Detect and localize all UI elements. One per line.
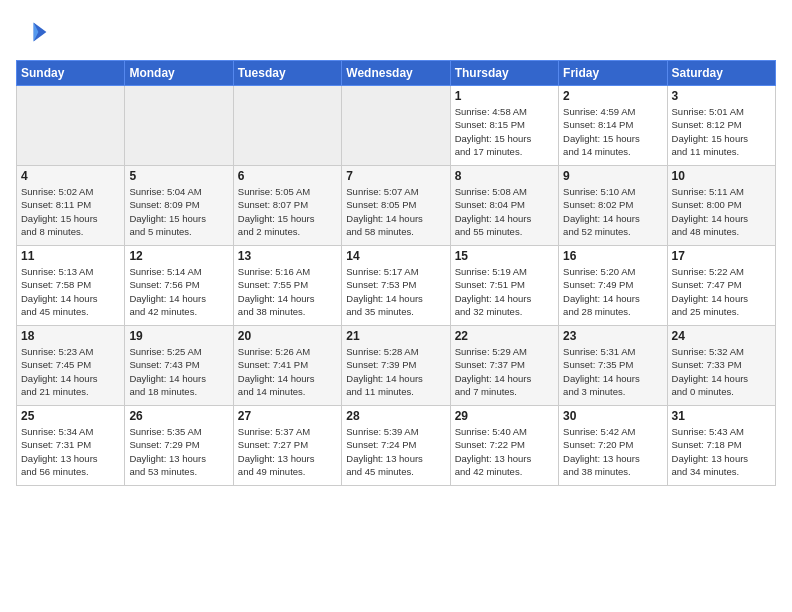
day-info: Sunrise: 5:13 AM Sunset: 7:58 PM Dayligh… [21, 265, 120, 318]
calendar-day: 4Sunrise: 5:02 AM Sunset: 8:11 PM Daylig… [17, 166, 125, 246]
day-number: 9 [563, 169, 662, 183]
day-number: 30 [563, 409, 662, 423]
weekday-header-row: SundayMondayTuesdayWednesdayThursdayFrid… [17, 61, 776, 86]
day-info: Sunrise: 5:16 AM Sunset: 7:55 PM Dayligh… [238, 265, 337, 318]
day-number: 5 [129, 169, 228, 183]
day-info: Sunrise: 5:34 AM Sunset: 7:31 PM Dayligh… [21, 425, 120, 478]
day-number: 15 [455, 249, 554, 263]
day-info: Sunrise: 5:32 AM Sunset: 7:33 PM Dayligh… [672, 345, 771, 398]
day-info: Sunrise: 5:07 AM Sunset: 8:05 PM Dayligh… [346, 185, 445, 238]
calendar-day: 9Sunrise: 5:10 AM Sunset: 8:02 PM Daylig… [559, 166, 667, 246]
day-info: Sunrise: 5:43 AM Sunset: 7:18 PM Dayligh… [672, 425, 771, 478]
calendar-day: 1Sunrise: 4:58 AM Sunset: 8:15 PM Daylig… [450, 86, 558, 166]
day-number: 2 [563, 89, 662, 103]
calendar-week-row: 4Sunrise: 5:02 AM Sunset: 8:11 PM Daylig… [17, 166, 776, 246]
day-info: Sunrise: 5:42 AM Sunset: 7:20 PM Dayligh… [563, 425, 662, 478]
day-info: Sunrise: 5:19 AM Sunset: 7:51 PM Dayligh… [455, 265, 554, 318]
day-number: 10 [672, 169, 771, 183]
calendar-day [17, 86, 125, 166]
day-info: Sunrise: 5:25 AM Sunset: 7:43 PM Dayligh… [129, 345, 228, 398]
day-number: 22 [455, 329, 554, 343]
calendar-day: 10Sunrise: 5:11 AM Sunset: 8:00 PM Dayli… [667, 166, 775, 246]
weekday-header: Sunday [17, 61, 125, 86]
calendar-day [342, 86, 450, 166]
day-number: 12 [129, 249, 228, 263]
calendar-day: 25Sunrise: 5:34 AM Sunset: 7:31 PM Dayli… [17, 406, 125, 486]
day-info: Sunrise: 5:05 AM Sunset: 8:07 PM Dayligh… [238, 185, 337, 238]
day-number: 31 [672, 409, 771, 423]
calendar-day: 6Sunrise: 5:05 AM Sunset: 8:07 PM Daylig… [233, 166, 341, 246]
day-number: 27 [238, 409, 337, 423]
day-info: Sunrise: 5:17 AM Sunset: 7:53 PM Dayligh… [346, 265, 445, 318]
page-header [16, 16, 776, 48]
day-number: 19 [129, 329, 228, 343]
day-info: Sunrise: 5:01 AM Sunset: 8:12 PM Dayligh… [672, 105, 771, 158]
calendar-day: 19Sunrise: 5:25 AM Sunset: 7:43 PM Dayli… [125, 326, 233, 406]
calendar-day: 15Sunrise: 5:19 AM Sunset: 7:51 PM Dayli… [450, 246, 558, 326]
calendar-week-row: 1Sunrise: 4:58 AM Sunset: 8:15 PM Daylig… [17, 86, 776, 166]
day-info: Sunrise: 5:31 AM Sunset: 7:35 PM Dayligh… [563, 345, 662, 398]
day-info: Sunrise: 5:20 AM Sunset: 7:49 PM Dayligh… [563, 265, 662, 318]
day-info: Sunrise: 5:02 AM Sunset: 8:11 PM Dayligh… [21, 185, 120, 238]
day-number: 4 [21, 169, 120, 183]
day-info: Sunrise: 5:22 AM Sunset: 7:47 PM Dayligh… [672, 265, 771, 318]
day-number: 24 [672, 329, 771, 343]
calendar-day: 16Sunrise: 5:20 AM Sunset: 7:49 PM Dayli… [559, 246, 667, 326]
weekday-header: Saturday [667, 61, 775, 86]
day-number: 7 [346, 169, 445, 183]
calendar-day: 24Sunrise: 5:32 AM Sunset: 7:33 PM Dayli… [667, 326, 775, 406]
logo [16, 16, 52, 48]
day-number: 28 [346, 409, 445, 423]
weekday-header: Tuesday [233, 61, 341, 86]
day-number: 29 [455, 409, 554, 423]
day-number: 23 [563, 329, 662, 343]
calendar-day: 31Sunrise: 5:43 AM Sunset: 7:18 PM Dayli… [667, 406, 775, 486]
calendar-day: 20Sunrise: 5:26 AM Sunset: 7:41 PM Dayli… [233, 326, 341, 406]
calendar-day: 21Sunrise: 5:28 AM Sunset: 7:39 PM Dayli… [342, 326, 450, 406]
day-number: 25 [21, 409, 120, 423]
calendar-week-row: 18Sunrise: 5:23 AM Sunset: 7:45 PM Dayli… [17, 326, 776, 406]
weekday-header: Monday [125, 61, 233, 86]
logo-icon [16, 16, 48, 48]
day-number: 21 [346, 329, 445, 343]
calendar-day: 11Sunrise: 5:13 AM Sunset: 7:58 PM Dayli… [17, 246, 125, 326]
day-info: Sunrise: 5:23 AM Sunset: 7:45 PM Dayligh… [21, 345, 120, 398]
calendar-day: 3Sunrise: 5:01 AM Sunset: 8:12 PM Daylig… [667, 86, 775, 166]
calendar-day: 2Sunrise: 4:59 AM Sunset: 8:14 PM Daylig… [559, 86, 667, 166]
calendar-day: 23Sunrise: 5:31 AM Sunset: 7:35 PM Dayli… [559, 326, 667, 406]
day-info: Sunrise: 5:37 AM Sunset: 7:27 PM Dayligh… [238, 425, 337, 478]
day-number: 26 [129, 409, 228, 423]
weekday-header: Friday [559, 61, 667, 86]
day-info: Sunrise: 5:14 AM Sunset: 7:56 PM Dayligh… [129, 265, 228, 318]
day-info: Sunrise: 5:28 AM Sunset: 7:39 PM Dayligh… [346, 345, 445, 398]
weekday-header: Thursday [450, 61, 558, 86]
calendar-day: 17Sunrise: 5:22 AM Sunset: 7:47 PM Dayli… [667, 246, 775, 326]
day-info: Sunrise: 5:35 AM Sunset: 7:29 PM Dayligh… [129, 425, 228, 478]
calendar-day: 5Sunrise: 5:04 AM Sunset: 8:09 PM Daylig… [125, 166, 233, 246]
calendar-day: 8Sunrise: 5:08 AM Sunset: 8:04 PM Daylig… [450, 166, 558, 246]
weekday-header: Wednesday [342, 61, 450, 86]
calendar-day: 28Sunrise: 5:39 AM Sunset: 7:24 PM Dayli… [342, 406, 450, 486]
calendar-day: 22Sunrise: 5:29 AM Sunset: 7:37 PM Dayli… [450, 326, 558, 406]
calendar-day: 7Sunrise: 5:07 AM Sunset: 8:05 PM Daylig… [342, 166, 450, 246]
day-info: Sunrise: 5:40 AM Sunset: 7:22 PM Dayligh… [455, 425, 554, 478]
day-number: 11 [21, 249, 120, 263]
calendar-day: 30Sunrise: 5:42 AM Sunset: 7:20 PM Dayli… [559, 406, 667, 486]
day-number: 6 [238, 169, 337, 183]
calendar-day: 26Sunrise: 5:35 AM Sunset: 7:29 PM Dayli… [125, 406, 233, 486]
calendar-day: 27Sunrise: 5:37 AM Sunset: 7:27 PM Dayli… [233, 406, 341, 486]
day-number: 14 [346, 249, 445, 263]
calendar-day [233, 86, 341, 166]
calendar-day: 13Sunrise: 5:16 AM Sunset: 7:55 PM Dayli… [233, 246, 341, 326]
day-number: 16 [563, 249, 662, 263]
calendar-day: 12Sunrise: 5:14 AM Sunset: 7:56 PM Dayli… [125, 246, 233, 326]
calendar-day [125, 86, 233, 166]
day-info: Sunrise: 5:29 AM Sunset: 7:37 PM Dayligh… [455, 345, 554, 398]
day-number: 1 [455, 89, 554, 103]
day-info: Sunrise: 5:04 AM Sunset: 8:09 PM Dayligh… [129, 185, 228, 238]
day-number: 20 [238, 329, 337, 343]
calendar-day: 14Sunrise: 5:17 AM Sunset: 7:53 PM Dayli… [342, 246, 450, 326]
calendar-week-row: 11Sunrise: 5:13 AM Sunset: 7:58 PM Dayli… [17, 246, 776, 326]
day-number: 8 [455, 169, 554, 183]
day-number: 18 [21, 329, 120, 343]
